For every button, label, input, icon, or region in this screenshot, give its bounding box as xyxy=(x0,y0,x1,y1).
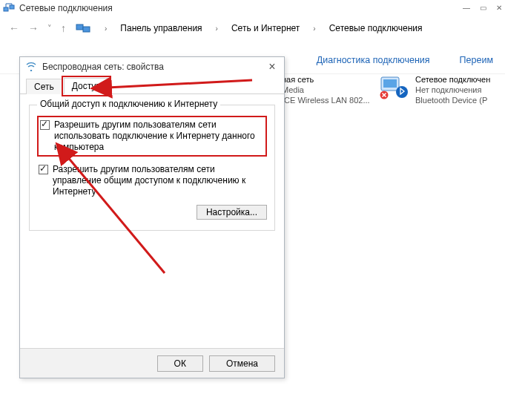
cmd-rename[interactable]: Переим xyxy=(460,55,493,65)
properties-dialog: Беспроводная сеть: свойства × Сеть Досту… xyxy=(19,56,285,378)
dialog-title-text: Беспроводная сеть: свойства xyxy=(42,62,164,72)
close-icon[interactable]: × xyxy=(265,60,280,73)
wifi-icon xyxy=(26,61,36,73)
allow-share-label: Разрешить другим пользователям сети испо… xyxy=(54,119,264,153)
allow-share-checkbox-row[interactable]: Разрешить другим пользователям сети испо… xyxy=(37,116,267,157)
explorer-title-text: Сетевые подключения xyxy=(19,3,113,13)
tab-sharing[interactable]: Доступ xyxy=(64,78,109,94)
address-bar: ← → ˅ ↑ › Панель управления › Сеть и Инт… xyxy=(0,16,505,40)
cancel-button[interactable]: Отмена xyxy=(209,355,275,372)
forward-button[interactable]: → xyxy=(28,22,39,34)
svg-rect-2 xyxy=(76,24,83,30)
control-panel-icon xyxy=(75,20,91,36)
tab-network[interactable]: Сеть xyxy=(26,79,62,94)
history-chevron-icon[interactable]: ˅ xyxy=(47,24,52,33)
minimize-icon[interactable]: — xyxy=(461,1,472,13)
svg-rect-0 xyxy=(4,7,8,11)
crumb-network-internet[interactable]: Сеть и Интернет xyxy=(231,23,300,33)
cmd-diagnose[interactable]: Диагностика подключения xyxy=(317,55,430,65)
crumb-network-connections[interactable]: Сетевые подключения xyxy=(329,23,423,33)
adapter-status: Media xyxy=(282,85,370,95)
allow-control-checkbox-row[interactable]: Разрешить другим пользователям сети упра… xyxy=(37,161,267,200)
checkbox-checked-icon[interactable] xyxy=(40,120,50,130)
adapter-device: Bluetooth Device (P xyxy=(415,95,490,105)
restore-icon[interactable]: ▭ xyxy=(477,1,489,13)
adapter-name: Сетевое подключен xyxy=(415,74,490,85)
chevron-right-icon: › xyxy=(308,24,320,33)
ics-group: Общий доступ к подключению к Интернету Р… xyxy=(29,105,275,231)
adapter-tile-bluetooth[interactable]: Сетевое подключен Нет подключения Blueto… xyxy=(380,74,505,105)
chevron-right-icon: › xyxy=(211,24,222,33)
chevron-right-icon: › xyxy=(100,24,111,33)
svg-rect-5 xyxy=(383,79,397,88)
crumb-control-panel[interactable]: Панель управления xyxy=(120,23,202,33)
tabs-row: Сеть Доступ xyxy=(20,76,284,94)
svg-rect-3 xyxy=(83,27,90,32)
back-button[interactable]: ← xyxy=(9,22,19,34)
network-folder-icon xyxy=(3,2,15,14)
close-window-icon[interactable]: ✕ xyxy=(493,1,505,13)
ok-button[interactable]: ОК xyxy=(157,355,203,372)
bluetooth-adapter-icon xyxy=(380,74,409,99)
adapter-device: ICE Wireless LAN 802... xyxy=(282,95,370,105)
ics-group-legend: Общий доступ к подключению к Интернету xyxy=(37,99,220,109)
adapter-status: Нет подключения xyxy=(415,85,490,95)
adapter-name: ная сеть xyxy=(282,74,370,85)
dialog-titlebar: Беспроводная сеть: свойства × xyxy=(20,57,284,76)
dialog-footer: ОК Отмена xyxy=(20,348,284,378)
ics-settings-button[interactable]: Настройка... xyxy=(197,205,267,220)
svg-point-6 xyxy=(396,86,408,98)
up-button[interactable]: ↑ xyxy=(61,22,66,34)
window-controls: — ▭ ✕ xyxy=(456,1,505,13)
checkbox-checked-icon[interactable] xyxy=(39,165,48,174)
svg-rect-1 xyxy=(10,5,14,9)
explorer-titlebar: Сетевые подключения xyxy=(0,0,505,16)
allow-control-label: Разрешить другим пользователям сети упра… xyxy=(53,164,265,197)
